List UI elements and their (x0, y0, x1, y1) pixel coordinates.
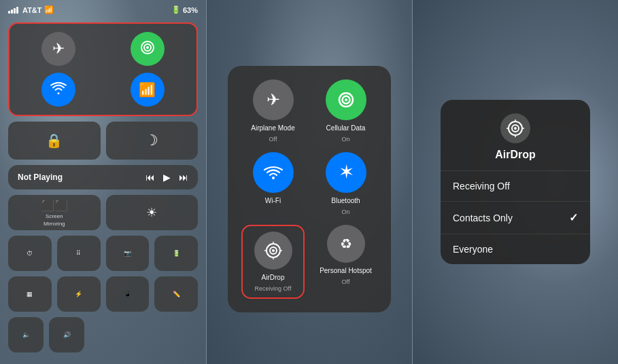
lock-rotation-btn[interactable]: 🔒 (8, 122, 101, 160)
exp-hotspot-icon: ♻ (340, 236, 352, 252)
svg-point-12 (514, 127, 517, 130)
cellular-btn[interactable] (107, 32, 189, 66)
timer-btn[interactable]: ⏱ (8, 236, 52, 271)
sound-icon: 🔊 (63, 331, 71, 338)
battery-widget-icon: 🔋 (173, 250, 180, 257)
exp-hotspot-sub: Off (342, 278, 350, 285)
volume-icon: 🔈 (22, 331, 30, 338)
airdrop-big-icon (500, 113, 530, 143)
exp-bottom-row: AirDrop Receiving Off ♻ Personal Hotspot… (241, 225, 377, 299)
battery-btn[interactable]: 🔋 (154, 236, 198, 271)
bluetooth-btn[interactable]: 📶 (107, 73, 189, 107)
wifi-status-icon: 📶 (44, 5, 54, 14)
do-not-disturb-btn[interactable]: ☽ (106, 122, 199, 160)
exp-airplane-sub: Off (269, 136, 277, 143)
music-title: Not Playing (18, 172, 139, 182)
exp-airdrop-sub: Receiving Off (255, 285, 292, 292)
panel2-inner: ✈ Airplane Mode Off Cellular Data (207, 0, 412, 364)
brightness-slider[interactable]: ☀ (106, 195, 199, 230)
exp-airplane-label: Airplane Mode (251, 124, 294, 132)
cellular-icon (140, 40, 155, 58)
exp-airdrop-btn[interactable]: AirDrop Receiving Off (241, 225, 305, 299)
play-btn[interactable]: ▶ (163, 172, 171, 183)
receiving-off-check: ✓ (570, 181, 578, 192)
exp-airplane-icon: ✈ (267, 90, 280, 109)
exp-airdrop-icon (264, 242, 282, 259)
airplane-mode-btn[interactable]: ✈ (18, 32, 100, 66)
music-info: Not Playing (18, 172, 139, 182)
exp-cellular-label: Cellular Data (326, 124, 366, 132)
airplane-icon: ✈ (52, 40, 65, 58)
mirror-icon: ⬛⬛ (41, 199, 68, 212)
qr-icon: ▦ (27, 291, 33, 297)
carrier-label: AT&T (22, 6, 42, 14)
control-center-grid: ✈ (0, 17, 206, 358)
exp-top-grid: ✈ Airplane Mode Off Cellular Data (241, 79, 377, 143)
remote-icon: 📱 (124, 291, 131, 297)
remote-btn[interactable]: 📱 (106, 276, 150, 312)
qr-btn[interactable]: ▦ (8, 276, 52, 312)
sun-icon: ☀ (146, 205, 157, 220)
airdrop-menu[interactable]: AirDrop Receiving Off ✓ Contacts Only ✓ … (441, 100, 590, 264)
network-widget[interactable]: ✈ (8, 22, 198, 116)
exp-hotspot-label: Personal Hotspot (320, 267, 372, 274)
music-controls[interactable]: ⏮ ▶ ⏭ (145, 172, 188, 183)
camera-icon: 📷 (124, 250, 131, 257)
exp-bluetooth-icon: ✶ (340, 164, 352, 181)
battery-icon: 🔋 (171, 5, 181, 14)
airdrop-menu-title: AirDrop (495, 149, 536, 161)
svg-point-5 (345, 98, 347, 101)
exp-wifi-label: Wi-Fi (265, 197, 281, 204)
notes-btn[interactable]: ✏️ (154, 276, 198, 312)
svg-point-6 (272, 177, 275, 179)
moon-icon: ☽ (145, 132, 158, 149)
exp-bluetooth-btn[interactable]: ✶ Bluetooth On (314, 152, 377, 215)
screen-mirroring-btn[interactable]: ⬛⬛ Screen Mirroring (8, 195, 101, 230)
volume-btn[interactable]: 🔈 (8, 317, 44, 352)
row3: ⬛⬛ Screen Mirroring ☀ (8, 195, 198, 230)
airdrop-option-everyone[interactable]: Everyone ✓ (441, 234, 590, 264)
exp-cellular-btn[interactable]: Cellular Data On (314, 79, 377, 143)
exp-wifi-icon (264, 165, 283, 180)
bluetooth-icon: 📶 (139, 81, 156, 98)
bottom-icons-2: ▦ ⚡ 📱 ✏️ (8, 276, 198, 312)
bottom-icons: ⏱ ⠿ 📷 🔋 (8, 236, 198, 271)
status-bar: AT&T 📶 🔋 63% (0, 0, 206, 17)
calculator-btn[interactable]: ⠿ (57, 236, 101, 271)
notes-icon: ✏️ (173, 291, 180, 297)
exp-hotspot-btn[interactable]: ♻ Personal Hotspot Off (314, 225, 377, 299)
sound-btn[interactable]: 🔊 (49, 317, 84, 352)
flashlight-icon: ⚡ (75, 291, 82, 297)
signal-bars (8, 7, 18, 14)
wifi-icon (50, 81, 67, 98)
panel3-inner: AirDrop Receiving Off ✓ Contacts Only ✓ … (413, 0, 618, 364)
camera-btn[interactable]: 📷 (106, 236, 150, 271)
airdrop-option-receiving-off[interactable]: Receiving Off ✓ (441, 171, 590, 202)
wifi-btn[interactable] (18, 73, 100, 107)
exp-cellular-sub: On (341, 136, 349, 143)
next-btn[interactable]: ⏭ (179, 172, 188, 183)
airdrop-option-contacts-only[interactable]: Contacts Only ✓ (441, 202, 590, 234)
exp-mid-grid: Wi-Fi ✶ Bluetooth On (241, 152, 377, 215)
contacts-only-check: ✓ (569, 211, 578, 224)
row2: 🔒 ☽ (8, 122, 198, 160)
calculator-icon: ⠿ (76, 250, 81, 257)
screen-mirror-label: Screen (46, 213, 63, 219)
lock-rotation-icon: 🔒 (46, 132, 63, 149)
prev-btn[interactable]: ⏮ (145, 172, 155, 183)
exp-bluetooth-label: Bluetooth (331, 197, 360, 204)
flashlight-btn[interactable]: ⚡ (57, 276, 101, 312)
panel3-airdrop-menu: AirDrop Receiving Off ✓ Contacts Only ✓ … (412, 0, 618, 364)
expanded-network-widget[interactable]: ✈ Airplane Mode Off Cellular Data (228, 66, 391, 312)
music-widget[interactable]: Not Playing ⏮ ▶ ⏭ (8, 165, 198, 189)
exp-airplane-btn[interactable]: ✈ Airplane Mode Off (241, 79, 305, 143)
svg-point-2 (146, 46, 149, 49)
exp-wifi-btn[interactable]: Wi-Fi (241, 152, 305, 215)
airdrop-header: AirDrop (441, 100, 590, 171)
panel2-expanded: ✈ Airplane Mode Off Cellular Data (206, 0, 412, 364)
everyone-check: ✓ (570, 244, 578, 255)
exp-airdrop-label: AirDrop (262, 274, 285, 281)
volume-row[interactable]: 🔈 🔊 (8, 317, 198, 352)
panel1-control-center: AT&T 📶 🔋 63% ✈ (0, 0, 206, 364)
exp-bluetooth-sub: On (341, 208, 349, 215)
